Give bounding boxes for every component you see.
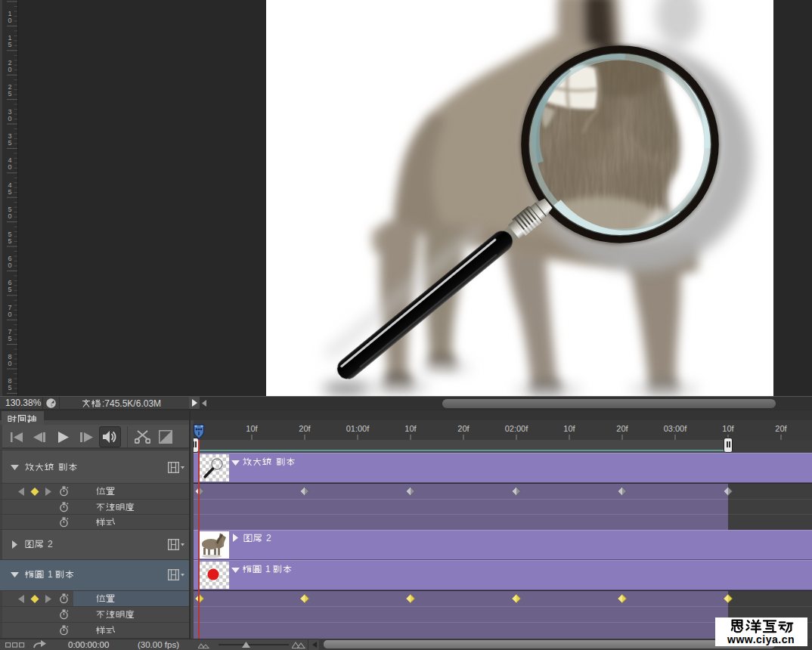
- svg-text:0: 0: [8, 66, 11, 73]
- svg-text:0: 0: [8, 17, 11, 24]
- svg-text:10f: 10f: [246, 424, 258, 433]
- svg-text:0: 0: [8, 115, 11, 122]
- svg-text:02:00f: 02:00f: [505, 424, 529, 433]
- svg-text:03:00f: 03:00f: [664, 424, 688, 433]
- svg-text:20f: 20f: [616, 424, 628, 433]
- svg-text:10f: 10f: [404, 424, 417, 433]
- svg-text:10f: 10f: [563, 424, 575, 433]
- svg-text:0: 0: [8, 311, 11, 318]
- svg-text:01:00f: 01:00f: [346, 424, 370, 433]
- svg-text:0: 0: [8, 262, 11, 269]
- svg-text:0: 0: [8, 212, 11, 220]
- svg-text:5: 5: [8, 139, 11, 147]
- svg-text:5: 5: [8, 286, 11, 293]
- svg-text:20f: 20f: [299, 424, 311, 433]
- svg-text:5: 5: [8, 237, 11, 245]
- svg-text:5: 5: [8, 90, 11, 98]
- svg-text:5: 5: [8, 384, 11, 392]
- svg-text:5: 5: [8, 188, 11, 196]
- svg-text:0: 0: [8, 163, 11, 171]
- svg-text:20f: 20f: [775, 424, 787, 433]
- svg-text:0: 0: [8, 360, 11, 367]
- svg-text:5: 5: [8, 41, 11, 48]
- svg-text:10f: 10f: [722, 424, 734, 433]
- svg-text:5: 5: [8, 335, 11, 342]
- svg-text:20f: 20f: [457, 424, 470, 433]
